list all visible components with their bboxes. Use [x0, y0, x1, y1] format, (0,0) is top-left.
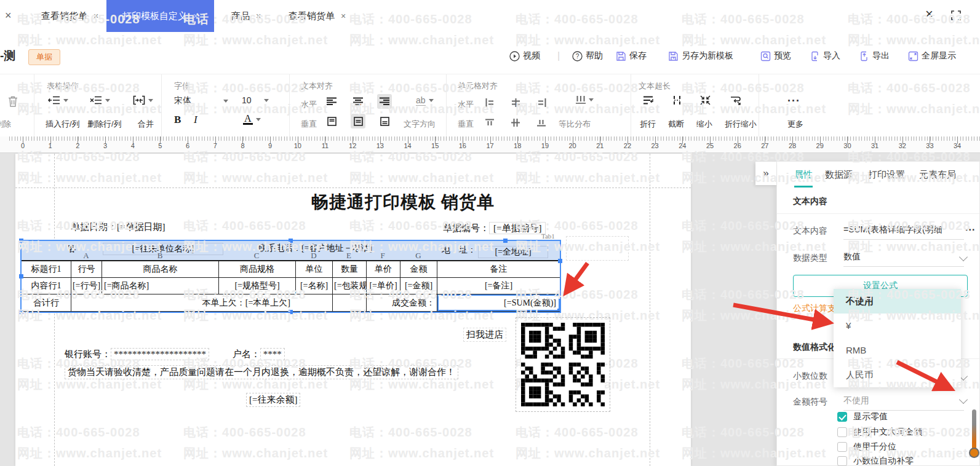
- balance-due-cell[interactable]: 本单上欠：[=本单上欠]: [71, 294, 332, 312]
- insert-row-col-button[interactable]: [48, 95, 68, 105]
- panel-tab-element-layout[interactable]: 元素布局: [919, 169, 956, 186]
- truncate-button[interactable]: [672, 95, 682, 105]
- field-cell[interactable]: [=包装规格]: [332, 278, 366, 294]
- header-cell[interactable]: 商品规格: [218, 261, 295, 278]
- field-cell[interactable]: [=名称]: [295, 278, 332, 294]
- help-button[interactable]: ? 帮助: [572, 50, 603, 61]
- chinese-uppercase-checkbox-row[interactable]: 使用中文大写金额: [837, 427, 922, 438]
- currency-symbol-select[interactable]: 不使用: [843, 395, 964, 411]
- delete-row-col-button[interactable]: [90, 95, 110, 105]
- table-resize-handle[interactable]: [19, 274, 23, 278]
- qr-caption-element[interactable]: 扫我进店: [463, 328, 506, 342]
- save-as-template-button[interactable]: 另存为新模板: [668, 50, 733, 61]
- text-content-more-button[interactable]: ...: [965, 222, 975, 233]
- font-size-select[interactable]: 10: [242, 95, 269, 105]
- header-cell[interactable]: 单位: [295, 261, 332, 278]
- table-resize-handle[interactable]: [289, 310, 293, 314]
- qr-code-element[interactable]: [516, 317, 610, 412]
- table-total-row[interactable]: 合计行 本单上欠：[=本单上欠] 成交金额： [=SUM(金额)]: [22, 294, 560, 312]
- align-center-button[interactable]: [351, 94, 365, 109]
- field-cell[interactable]: [=商品名称]: [102, 278, 218, 294]
- table-resize-handle[interactable]: [19, 310, 23, 314]
- field-cell[interactable]: [=金额]: [400, 278, 437, 294]
- cell-resize-handle[interactable]: [557, 309, 560, 312]
- wrap-shrink-button[interactable]: [730, 95, 741, 105]
- bank-account-element[interactable]: 银行账号：******************** 户名：****: [65, 349, 285, 360]
- checkbox-icon[interactable]: [837, 427, 847, 437]
- font-color-button[interactable]: A: [243, 114, 261, 125]
- detail-table[interactable]: 客 [=往来单位名称] 联系电话：[=客户地址－电话] 地 址： [=全地址] …: [22, 241, 560, 312]
- table-resize-handle[interactable]: [503, 239, 508, 243]
- sum-formula-cell[interactable]: [=SUM(金额)]: [437, 294, 560, 312]
- more-button[interactable]: ...: [787, 92, 800, 105]
- expand-window-icon[interactable]: [950, 10, 962, 21]
- cell-valign-top-button[interactable]: [482, 115, 497, 130]
- dropdown-option-renminbi[interactable]: 人民币: [834, 363, 961, 387]
- pad-zero-checkbox-row[interactable]: 小数位自动补零: [837, 456, 914, 466]
- delete-element-button[interactable]: [7, 95, 18, 108]
- empty-element-outline[interactable]: [566, 236, 629, 261]
- field-cell[interactable]: [=行号]: [71, 278, 102, 294]
- data-type-select[interactable]: 数值: [843, 251, 964, 267]
- panel-tab-datasource[interactable]: 数据源: [825, 169, 853, 186]
- merge-cells-button[interactable]: [133, 95, 153, 105]
- wrap-button[interactable]: [642, 95, 654, 105]
- cell-resize-handle[interactable]: [557, 294, 560, 297]
- header-cell[interactable]: 行号: [71, 261, 102, 278]
- dropdown-option-rmb[interactable]: RMB: [834, 338, 961, 363]
- import-button[interactable]: 导入: [810, 50, 840, 61]
- header-cell[interactable]: 商品名称: [102, 261, 218, 278]
- close-all-tabs-icon[interactable]: ×: [5, 9, 12, 22]
- export-button[interactable]: 导出: [859, 50, 890, 61]
- distribute-columns-button[interactable]: [576, 95, 594, 104]
- thousands-separator-checkbox-row[interactable]: 使用千分位: [837, 441, 896, 452]
- cell-valign-bottom-button[interactable]: [534, 115, 549, 130]
- align-right-button[interactable]: [377, 94, 392, 109]
- tab-close-icon[interactable]: ×: [256, 11, 261, 21]
- text-direction-button[interactable]: ab: [416, 95, 434, 106]
- checkbox-icon[interactable]: [837, 456, 847, 466]
- bill-date-element[interactable]: 单据日期：[=单据日期]: [71, 221, 165, 233]
- table-resize-handle[interactable]: [558, 259, 562, 263]
- field-cell[interactable]: [=备注]: [437, 278, 560, 294]
- table-resize-handle[interactable]: [19, 239, 23, 243]
- table-content-row[interactable]: 内容行1 [=行号] [=商品名称] [=规格型号] [=名称] [=包装规格]…: [22, 278, 560, 294]
- italic-button[interactable]: I: [194, 114, 197, 126]
- bold-button[interactable]: B: [174, 114, 181, 126]
- valign-middle-button[interactable]: [351, 114, 365, 128]
- show-zero-checkbox-row[interactable]: 显示零值: [837, 411, 888, 422]
- align-left-button[interactable]: [324, 94, 339, 109]
- checkbox-icon[interactable]: [837, 412, 847, 422]
- tab-print-template-custom[interactable]: 打印模板自定义×: [106, 0, 214, 32]
- text-content-input[interactable]: =SUM(表格详细字段(明细: [843, 224, 964, 240]
- cell-align-left-button[interactable]: [482, 95, 497, 110]
- table-header-band[interactable]: 客 [=往来单位名称] 联系电话：[=客户地址－电话] 地 址： [=全地址] …: [22, 241, 560, 261]
- field-cell[interactable]: [=单价]: [366, 278, 400, 294]
- save-button[interactable]: 保存: [616, 50, 647, 61]
- font-family-select[interactable]: 宋体: [174, 95, 228, 106]
- video-button[interactable]: 视频: [509, 50, 540, 61]
- header-cell[interactable]: 数量: [332, 261, 366, 278]
- panel-tab-properties[interactable]: 属性: [794, 169, 813, 188]
- valign-top-button[interactable]: [324, 114, 339, 128]
- fullscreen-button[interactable]: 全屏显示: [908, 50, 956, 61]
- table-resize-handle[interactable]: [289, 239, 293, 243]
- shrink-button[interactable]: [700, 95, 711, 105]
- tab-close-icon[interactable]: ×: [341, 11, 346, 21]
- collapse-panel-button[interactable]: »: [755, 162, 776, 185]
- template-heading[interactable]: 畅捷通打印模板 销货单: [188, 191, 618, 214]
- notice-element[interactable]: 货物当天请验收清楚，产品质量问题请在一个月内退换，逾期概不负责，还望谅解，谢谢合…: [65, 365, 458, 379]
- header-cell[interactable]: 备注: [437, 261, 560, 278]
- cell-valign-middle-button[interactable]: [508, 115, 523, 130]
- empty-cell[interactable]: [332, 294, 366, 312]
- tab-close-icon[interactable]: ×: [94, 11, 98, 21]
- tab-view-sales-order-2[interactable]: 查看销货单×: [282, 0, 353, 32]
- balance-element[interactable]: [=往来余额]: [246, 393, 300, 407]
- header-cell[interactable]: 金额: [400, 261, 437, 278]
- preview-button[interactable]: 预览: [760, 50, 791, 61]
- cell-align-center-h-button[interactable]: [508, 95, 523, 110]
- panel-tab-print-settings[interactable]: 打印设置: [868, 169, 905, 186]
- dropdown-option-yen[interactable]: ¥: [834, 314, 961, 338]
- table-title-row[interactable]: 标题行1 行号 商品名称 商品规格 单位 数量 单价 金额 备注: [22, 261, 560, 278]
- close-window-icon[interactable]: ×: [925, 6, 933, 22]
